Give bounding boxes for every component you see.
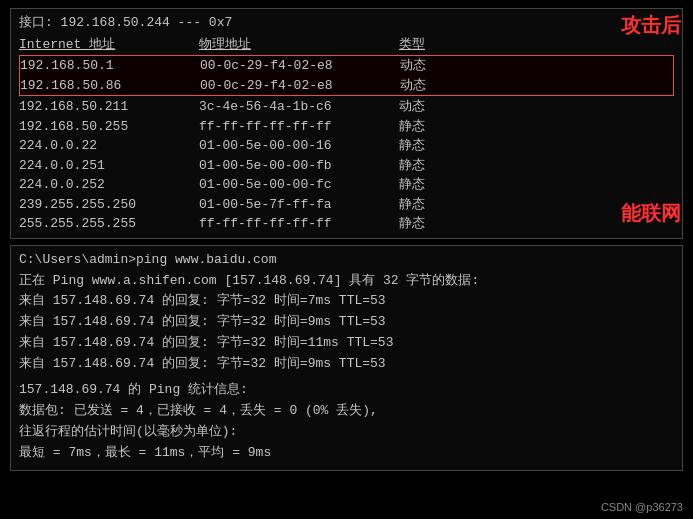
arp-cell-type: 静态: [399, 195, 479, 215]
ping-line: 来自 157.148.69.74 的回复: 字节=32 时间=7ms TTL=5…: [19, 291, 674, 312]
arp-cell-type: 动态: [400, 56, 480, 76]
arp-cell-internet: 224.0.0.22: [19, 136, 199, 156]
ping-stats-line1: 数据包: 已发送 = 4，已接收 = 4，丢失 = 0 (0% 丢失),: [19, 401, 674, 422]
table-row: 224.0.0.252 01-00-5e-00-00-fc 静态: [19, 175, 674, 195]
arp-cell-physical: 01-00-5e-7f-ff-fa: [199, 195, 399, 215]
arp-section: 接口: 192.168.50.244 --- 0x7 Internet 地址 物…: [10, 8, 683, 239]
ping-output: 正在 Ping www.a.shifen.com [157.148.69.74]…: [19, 271, 674, 375]
arp-header-physical: 物理地址: [199, 35, 399, 53]
table-row: 192.168.50.255 ff-ff-ff-ff-ff-ff 静态: [19, 117, 674, 137]
ping-section: C:\Users\admin>ping www.baidu.com 正在 Pin…: [10, 245, 683, 471]
ping-line: 来自 157.148.69.74 的回复: 字节=32 时间=11ms TTL=…: [19, 333, 674, 354]
arp-cell-internet: 239.255.255.250: [19, 195, 199, 215]
table-row: 224.0.0.251 01-00-5e-00-00-fb 静态: [19, 156, 674, 176]
arp-cell-physical: 00-0c-29-f4-02-e8: [200, 76, 400, 96]
ping-stats-header: 157.148.69.74 的 Ping 统计信息:: [19, 380, 674, 401]
arp-cell-internet: 192.168.50.211: [19, 97, 199, 117]
arp-cell-physical: 3c-4e-56-4a-1b-c6: [199, 97, 399, 117]
attack-label: 攻击后: [621, 12, 681, 39]
main-container: 攻击后 接口: 192.168.50.244 --- 0x7 Internet …: [0, 0, 693, 519]
table-row: 192.168.50.211 3c-4e-56-4a-1b-c6 动态: [19, 97, 674, 117]
arp-cell-internet: 192.168.50.86: [20, 76, 200, 96]
arp-cell-physical: 01-00-5e-00-00-fb: [199, 156, 399, 176]
table-row: 192.168.50.1 00-0c-29-f4-02-e8 动态: [20, 56, 673, 76]
arp-cell-internet: 224.0.0.252: [19, 175, 199, 195]
ping-stats-line2: 往返行程的估计时间(以毫秒为单位):: [19, 422, 674, 443]
table-row: 255.255.255.255 ff-ff-ff-ff-ff-ff 静态: [19, 214, 674, 234]
ping-line: 正在 Ping www.a.shifen.com [157.148.69.74]…: [19, 271, 674, 292]
arp-interface-line: 接口: 192.168.50.244 --- 0x7: [19, 13, 674, 31]
arp-cell-physical: 01-00-5e-00-00-16: [199, 136, 399, 156]
arp-cell-type: 静态: [399, 136, 479, 156]
nianwang-label: 能联网: [621, 200, 681, 227]
arp-cell-physical: 00-0c-29-f4-02-e8: [200, 56, 400, 76]
arp-normal-rows: 192.168.50.211 3c-4e-56-4a-1b-c6 动态 192.…: [19, 97, 674, 234]
arp-cell-internet: 255.255.255.255: [19, 214, 199, 234]
arp-cell-physical: 01-00-5e-00-00-fc: [199, 175, 399, 195]
arp-cell-physical: ff-ff-ff-ff-ff-ff: [199, 117, 399, 137]
arp-cell-type: 静态: [399, 214, 479, 234]
arp-cell-type: 动态: [399, 97, 479, 117]
ping-stats-line3: 最短 = 7ms，最长 = 11ms，平均 = 9ms: [19, 443, 674, 464]
table-row: 239.255.255.250 01-00-5e-7f-ff-fa 静态: [19, 195, 674, 215]
ping-stats: 157.148.69.74 的 Ping 统计信息: 数据包: 已发送 = 4，…: [19, 380, 674, 463]
arp-cell-type: 静态: [399, 117, 479, 137]
arp-cell-internet: 192.168.50.255: [19, 117, 199, 137]
arp-cell-type: 静态: [399, 156, 479, 176]
watermark: CSDN @p36273: [601, 501, 683, 513]
arp-cell-type: 静态: [399, 175, 479, 195]
arp-header-internet: Internet 地址: [19, 35, 199, 53]
arp-header-type: 类型: [399, 35, 479, 53]
ping-line: 来自 157.148.69.74 的回复: 字节=32 时间=9ms TTL=5…: [19, 354, 674, 375]
arp-cell-physical: ff-ff-ff-ff-ff-ff: [199, 214, 399, 234]
arp-cell-type: 动态: [400, 76, 480, 96]
arp-cell-internet: 192.168.50.1: [20, 56, 200, 76]
arp-highlighted-group: 192.168.50.1 00-0c-29-f4-02-e8 动态 192.16…: [19, 55, 674, 96]
table-row: 224.0.0.22 01-00-5e-00-00-16 静态: [19, 136, 674, 156]
arp-cell-internet: 224.0.0.251: [19, 156, 199, 176]
table-row: 192.168.50.86 00-0c-29-f4-02-e8 动态: [20, 76, 673, 96]
ping-command: C:\Users\admin>ping www.baidu.com: [19, 252, 674, 267]
arp-header-row: Internet 地址 物理地址 类型: [19, 35, 674, 53]
ping-line: 来自 157.148.69.74 的回复: 字节=32 时间=9ms TTL=5…: [19, 312, 674, 333]
